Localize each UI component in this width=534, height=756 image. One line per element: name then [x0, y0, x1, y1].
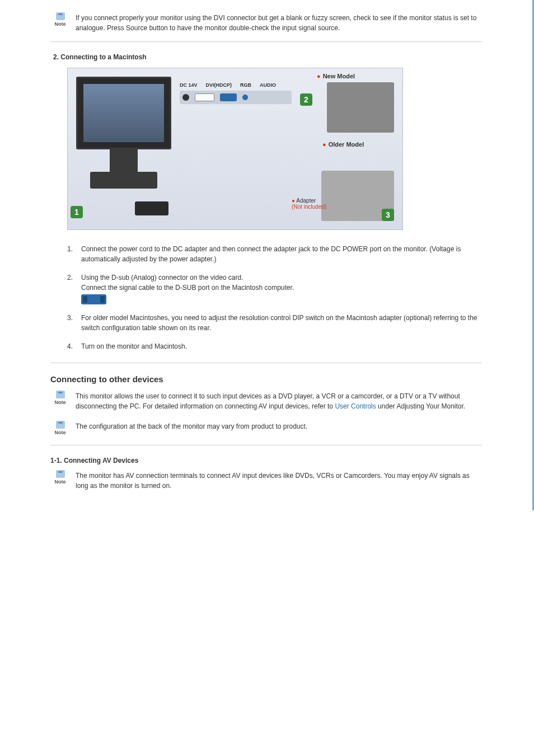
step-text: For older model Macintoshes, you need to… — [81, 313, 482, 333]
adapter-label: Adapter (Not included) — [292, 198, 326, 210]
adapter-sublabel: (Not included) — [292, 204, 326, 210]
note-label: Note — [55, 400, 66, 405]
port-label-audio: AUDIO — [260, 82, 276, 88]
ports-area: DC 14V DVI(HDCP) RGB AUDIO — [180, 82, 292, 104]
step-number: 2. — [67, 273, 81, 304]
rgb-port-icon — [220, 93, 237, 101]
note-text: This monitor allows the user to connect … — [76, 389, 482, 411]
note-text: The configuration at the back of the mon… — [76, 420, 482, 431]
page-wrapper: Note If you connect properly your monito… — [0, 0, 534, 510]
step-number: 4. — [67, 341, 81, 351]
steps-list: 1. Connect the power cord to the DC adap… — [67, 244, 482, 351]
note-other-devices: Note This monitor allows the user to con… — [50, 389, 482, 411]
callout-3: 3 — [382, 209, 394, 221]
heading-macintosh: 2. Connecting to a Macintosh — [53, 53, 482, 61]
dsub-port-icon — [81, 294, 106, 304]
new-mac-graphic — [327, 82, 394, 133]
power-adapter-graphic — [135, 201, 168, 215]
older-model-label: Older Model — [322, 141, 364, 148]
step-item: 4. Turn on the monitor and Macintosh. — [67, 341, 482, 351]
step-item: 3. For older model Macintoshes, you need… — [67, 313, 482, 333]
note-dvi-connector: Note If you connect properly your monito… — [50, 11, 482, 33]
dvi-port-icon — [195, 93, 214, 101]
step-item: 1. Connect the power cord to the DC adap… — [67, 244, 482, 264]
new-model-label: New Model — [317, 73, 355, 79]
heading-other-devices: Connecting to other devices — [50, 374, 482, 384]
note-av-devices: Note The monitor has AV connection termi… — [50, 469, 482, 491]
note-text: If you connect properly your monitor usi… — [76, 11, 482, 33]
heading-av-devices: 1-1. Connecting AV Devices — [50, 457, 482, 464]
note-icon: Note — [50, 469, 70, 486]
step-number: 1. — [67, 244, 81, 264]
divider — [50, 41, 482, 42]
port-label-dvi: DVI(HDCP) — [206, 82, 232, 88]
port-label-dc: DC 14V — [180, 82, 198, 88]
audio-port-icon — [242, 95, 248, 100]
step-number: 3. — [67, 313, 81, 333]
note-icon: Note — [50, 11, 70, 28]
note-text: The monitor has AV connection terminals … — [76, 469, 482, 491]
note-configuration: Note The configuration at the back of th… — [50, 420, 482, 436]
connection-diagram: 1 DC 14V DVI(HDCP) RGB AUDIO 2 New Model… — [67, 68, 403, 230]
note-label: Note — [55, 430, 66, 435]
step-text: Turn on the monitor and Macintosh. — [81, 341, 482, 351]
step-text: Using the D-sub (Analog) connector on th… — [81, 273, 482, 304]
note-label: Note — [55, 21, 66, 27]
note-label: Note — [55, 479, 66, 485]
user-controls-link[interactable]: User Controls — [335, 402, 376, 410]
step-item: 2. Using the D-sub (Analog) connector on… — [67, 273, 482, 304]
divider — [50, 445, 482, 445]
note-icon: Note — [50, 420, 70, 436]
monitor-graphic — [76, 77, 171, 222]
note-icon: Note — [50, 389, 70, 406]
port-label-rgb: RGB — [240, 82, 251, 88]
dc-port-icon — [182, 94, 189, 101]
callout-2: 2 — [300, 93, 312, 106]
divider — [50, 363, 482, 363]
step-text: Connect the power cord to the DC adapter… — [81, 244, 482, 264]
callout-1: 1 — [71, 206, 83, 218]
